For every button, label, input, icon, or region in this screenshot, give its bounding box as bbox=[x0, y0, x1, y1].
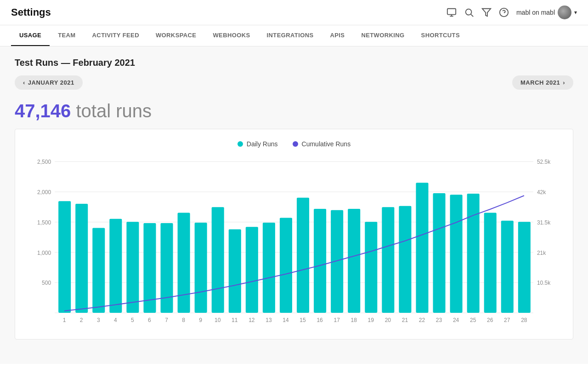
month-navigation: ‹ JANUARY 2021 MARCH 2021 › bbox=[15, 75, 573, 90]
svg-text:22: 22 bbox=[419, 317, 425, 323]
bar-3 bbox=[92, 228, 105, 312]
svg-text:4: 4 bbox=[114, 317, 117, 323]
svg-text:5: 5 bbox=[131, 317, 134, 323]
tab-team[interactable]: TEAM bbox=[50, 25, 84, 46]
cumulative-runs-dot bbox=[293, 141, 298, 147]
svg-text:7: 7 bbox=[165, 317, 168, 323]
next-month-button[interactable]: MARCH 2021 › bbox=[512, 75, 573, 90]
bar-28 bbox=[518, 222, 531, 313]
svg-marker-5 bbox=[482, 9, 491, 17]
search-icon[interactable] bbox=[464, 7, 474, 17]
svg-text:1: 1 bbox=[63, 317, 66, 323]
tab-networking[interactable]: NETWORKING bbox=[353, 25, 413, 46]
svg-text:12: 12 bbox=[249, 317, 255, 323]
svg-text:3: 3 bbox=[97, 317, 100, 323]
svg-text:25: 25 bbox=[470, 317, 476, 323]
monitor-icon[interactable] bbox=[447, 7, 457, 17]
app-title: Settings bbox=[11, 6, 51, 18]
bar-19 bbox=[365, 222, 377, 313]
svg-text:8: 8 bbox=[182, 317, 185, 323]
avatar bbox=[558, 6, 571, 19]
filter-icon[interactable] bbox=[481, 7, 492, 17]
bar-13 bbox=[263, 223, 275, 313]
next-month-label: MARCH 2021 bbox=[520, 79, 560, 86]
chevron-down-icon: ▾ bbox=[574, 9, 577, 16]
bar-27 bbox=[501, 221, 514, 313]
tab-shortcuts[interactable]: SHORTCUTS bbox=[413, 25, 468, 46]
chevron-left-icon: ‹ bbox=[23, 79, 25, 86]
svg-text:21k: 21k bbox=[537, 249, 546, 256]
bar-17 bbox=[331, 210, 343, 313]
chart-svg: 2,500 2,000 1,500 1,000 500 52.5k 42k 31… bbox=[23, 157, 565, 332]
bar-15 bbox=[297, 198, 309, 313]
svg-text:24: 24 bbox=[453, 317, 459, 323]
bar-20 bbox=[382, 207, 394, 313]
tab-workspace[interactable]: WORKSPACE bbox=[147, 25, 205, 46]
tab-apis[interactable]: APIS bbox=[322, 25, 353, 46]
daily-runs-dot bbox=[237, 141, 243, 147]
user-label: mabl on mabl bbox=[516, 9, 555, 16]
legend-daily-runs: Daily Runs bbox=[237, 140, 278, 148]
svg-point-3 bbox=[466, 9, 472, 15]
svg-text:20: 20 bbox=[385, 317, 391, 323]
svg-text:52.5k: 52.5k bbox=[537, 159, 551, 165]
prev-month-label: JANUARY 2021 bbox=[28, 79, 74, 86]
bar-5 bbox=[126, 222, 139, 313]
tab-integrations[interactable]: INTEGRATIONS bbox=[259, 25, 322, 46]
bar-22 bbox=[416, 183, 428, 313]
nav-tabs: USAGE TEAM ACTIVITY FEED WORKSPACE WEBHO… bbox=[0, 25, 588, 46]
bar-25 bbox=[467, 194, 480, 313]
bar-18 bbox=[348, 209, 360, 313]
total-label: total runs bbox=[71, 101, 152, 121]
svg-text:19: 19 bbox=[368, 317, 374, 323]
svg-rect-0 bbox=[447, 9, 456, 15]
chevron-right-icon: › bbox=[563, 79, 565, 86]
user-menu[interactable]: mabl on mabl ▾ bbox=[516, 6, 577, 19]
svg-text:10: 10 bbox=[215, 317, 221, 323]
svg-text:1,000: 1,000 bbox=[37, 249, 51, 256]
tab-usage[interactable]: USAGE bbox=[11, 25, 50, 46]
page-title: Test Runs — February 2021 bbox=[15, 58, 573, 68]
bar-12 bbox=[246, 227, 258, 313]
svg-text:26: 26 bbox=[487, 317, 493, 323]
svg-text:23: 23 bbox=[436, 317, 442, 323]
svg-text:9: 9 bbox=[199, 317, 202, 323]
svg-text:14: 14 bbox=[283, 317, 289, 323]
tab-webhooks[interactable]: WEBHOOKS bbox=[204, 25, 258, 46]
svg-text:1,500: 1,500 bbox=[37, 219, 51, 226]
total-count: 47,146 bbox=[15, 101, 71, 121]
tab-activity-feed[interactable]: ACTIVITY FEED bbox=[84, 25, 147, 46]
bar-24 bbox=[450, 195, 463, 313]
header-actions: mabl on mabl ▾ bbox=[447, 6, 577, 19]
svg-text:6: 6 bbox=[148, 317, 151, 323]
chart-area: 2,500 2,000 1,500 1,000 500 52.5k 42k 31… bbox=[23, 157, 565, 332]
chart-container: Daily Runs Cumulative Runs 2,500 2,000 1… bbox=[15, 129, 573, 339]
svg-text:500: 500 bbox=[42, 280, 51, 286]
bar-14 bbox=[280, 218, 292, 312]
bars-group bbox=[58, 183, 531, 313]
svg-text:13: 13 bbox=[266, 317, 272, 323]
bar-26 bbox=[484, 213, 497, 313]
prev-month-button[interactable]: ‹ JANUARY 2021 bbox=[15, 75, 83, 90]
svg-text:27: 27 bbox=[504, 317, 510, 323]
total-runs-display: 47,146 total runs bbox=[15, 101, 573, 121]
svg-text:2,000: 2,000 bbox=[37, 189, 51, 196]
bar-10 bbox=[212, 207, 224, 313]
bar-8 bbox=[178, 213, 190, 313]
svg-text:16: 16 bbox=[317, 317, 323, 323]
svg-text:11: 11 bbox=[232, 317, 238, 323]
top-header: Settings mabl on mabl ▾ bbox=[0, 0, 588, 25]
svg-text:2,500: 2,500 bbox=[37, 159, 51, 165]
help-icon[interactable] bbox=[499, 7, 509, 17]
bar-11 bbox=[229, 230, 241, 313]
svg-text:17: 17 bbox=[334, 317, 340, 323]
svg-text:28: 28 bbox=[521, 317, 527, 323]
bar-9 bbox=[195, 223, 207, 313]
daily-runs-label: Daily Runs bbox=[247, 140, 278, 148]
svg-text:31.5k: 31.5k bbox=[537, 219, 551, 226]
app-title-area: Settings bbox=[11, 6, 51, 18]
bar-1 bbox=[58, 201, 71, 313]
main-content: Test Runs — February 2021 ‹ JANUARY 2021… bbox=[0, 46, 588, 364]
bar-2 bbox=[75, 204, 88, 313]
svg-line-4 bbox=[471, 14, 473, 17]
